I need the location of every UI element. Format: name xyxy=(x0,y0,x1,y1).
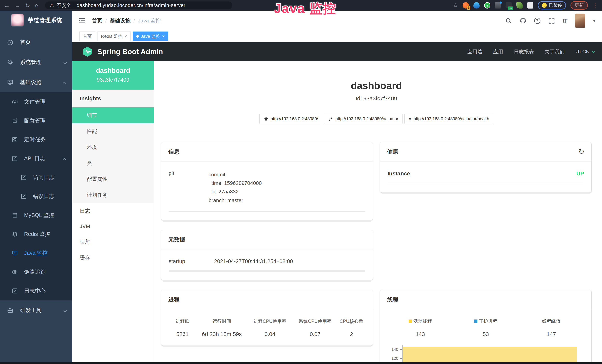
screen: 不安全 dashboard.yudao.iocoder.cn/infra/adm… xyxy=(0,0,602,364)
tab-java-monitor[interactable]: Java 监控 xyxy=(133,32,168,41)
info-label: git xyxy=(169,171,209,205)
sba-nav-applications[interactable]: 应用 xyxy=(493,48,503,55)
menu-item-environment[interactable]: 环境 xyxy=(72,139,154,155)
locale-select[interactable]: zh-CN xyxy=(575,49,594,55)
avatar-caret-icon[interactable] xyxy=(593,18,595,23)
sidebar-item-label: 链路追踪 xyxy=(24,268,46,276)
close-icon[interactable] xyxy=(162,34,165,39)
schedule-icon xyxy=(12,137,18,143)
y-tick xyxy=(400,358,402,359)
search-icon[interactable] xyxy=(505,17,512,24)
sidebar-item-job[interactable]: 定时任务 xyxy=(0,130,72,149)
sidebar-item-file[interactable]: 文件管理 xyxy=(0,92,72,111)
sidebar-item-redis[interactable]: Redis 监控 xyxy=(0,225,72,244)
info-value: commit: time: 1596289704000 id: 27aa832 … xyxy=(209,171,365,205)
tab-label: 首页 xyxy=(83,33,92,39)
sba-nav-wallboard[interactable]: 应用墙 xyxy=(467,48,482,55)
menu-item-scheduled-tasks[interactable]: 计划任务 xyxy=(72,187,154,203)
tab-redis-monitor[interactable]: Redis 监控 xyxy=(97,32,130,41)
bookmark-star-icon[interactable] xyxy=(453,3,458,8)
home-icon xyxy=(264,117,269,121)
help-icon[interactable] xyxy=(534,18,540,24)
sidebar-item-config[interactable]: 配置管理 xyxy=(0,111,72,130)
breadcrumb-infra[interactable]: 基础设施 xyxy=(110,17,130,24)
menu-item-mappings[interactable]: 映射 xyxy=(72,234,154,250)
menu-item-jvm[interactable]: JVM xyxy=(72,219,154,234)
log-edit-icon xyxy=(12,288,18,294)
fullscreen-icon[interactable] xyxy=(548,17,555,24)
sidebar-item-label: 系统管理 xyxy=(20,59,42,66)
extension-icon-grid[interactable] xyxy=(495,2,501,9)
sidebar-item-access-log[interactable]: 访问日志 xyxy=(0,168,72,187)
sidebar-item-java-monitor[interactable]: Java 监控 xyxy=(0,244,72,263)
address-bar[interactable]: 不安全 dashboard.yudao.iocoder.cn/infra/adm… xyxy=(45,1,232,9)
health-row-instance[interactable]: Instance UP xyxy=(387,171,584,184)
hamburger-icon[interactable] xyxy=(78,18,86,24)
browser-forward-icon[interactable] xyxy=(15,3,20,8)
address-url[interactable]: dashboard.yudao.iocoder.cn/infra/admin-s… xyxy=(76,3,185,8)
status-badge: UP xyxy=(576,171,584,177)
legend-swatch-yellow xyxy=(409,320,412,323)
sba-nav-about[interactable]: 关于我们 xyxy=(545,48,565,55)
health-url-button[interactable]: http://192.168.0.2:48080/actuator/health xyxy=(404,114,493,124)
sidebar-item-mysql[interactable]: MySQL 监控 xyxy=(0,206,72,225)
browser-reload-icon[interactable] xyxy=(25,3,30,8)
menu-item-details[interactable]: 细节 xyxy=(72,107,154,123)
page-title: dashboard xyxy=(161,80,591,91)
info-card-body: git commit: time: 1596289704000 id: 27aa… xyxy=(161,161,373,220)
sidebar-item-home[interactable]: 首页 xyxy=(0,32,72,52)
legend-label: 活动线程 xyxy=(413,318,432,324)
extensions-puzzle-icon[interactable] xyxy=(527,2,533,9)
sidebar-item-log-center[interactable]: 日志中心 xyxy=(0,281,72,300)
paused-badge[interactable]: 已暂停 xyxy=(538,1,566,10)
app-logo-row[interactable]: 芋道管理系统 xyxy=(0,11,72,30)
sba-brand[interactable]: Spring Boot Admin xyxy=(82,46,163,57)
column-header: 系统CPU使用率 xyxy=(292,318,338,324)
font-size-icon[interactable] xyxy=(563,18,567,24)
browser-back-icon[interactable] xyxy=(4,3,10,8)
sba-nav-journal[interactable]: 日志报表 xyxy=(514,48,534,55)
screen-bottom-edge xyxy=(0,362,602,364)
menu-item-classes[interactable]: 类 xyxy=(72,155,154,171)
extension-icon-switch[interactable]: on xyxy=(505,2,512,9)
browser-home-icon[interactable] xyxy=(35,3,38,8)
sidebar-item-api-log[interactable]: API 日志 xyxy=(0,149,72,168)
address-separator xyxy=(74,3,74,8)
sidebar-item-devtools[interactable]: 研发工具 xyxy=(0,300,72,321)
history-icon[interactable] xyxy=(579,149,584,154)
process-cpu-value: 0.04 xyxy=(247,331,292,337)
health-card-body: Instance UP xyxy=(380,161,591,192)
breadcrumb-current: Java 监控 xyxy=(138,17,161,24)
menu-item-caches[interactable]: 缓存 xyxy=(72,250,154,266)
extension-icon-pin[interactable] xyxy=(473,2,480,9)
health-card: 健康 Instance UP xyxy=(380,142,591,192)
extension-icon-leaf[interactable] xyxy=(516,2,523,9)
section-insights[interactable]: Insights xyxy=(72,90,154,107)
tab-home[interactable]: 首页 xyxy=(79,32,95,41)
browser-menu-icon[interactable] xyxy=(592,2,598,9)
sidebar-item-trace[interactable]: 链路追踪 xyxy=(0,263,72,281)
github-icon[interactable] xyxy=(520,17,526,24)
sidebar-item-system[interactable]: 系统管理 xyxy=(0,52,72,72)
breadcrumb-home[interactable]: 首页 xyxy=(92,17,102,24)
active-tab-dot xyxy=(136,35,139,38)
admin-sidebar: 芋道管理系统 首页 系统管理 基础设施 文件管理 xyxy=(0,11,72,364)
user-avatar[interactable] xyxy=(575,13,585,28)
menu-item-logs[interactable]: 日志 xyxy=(72,203,154,219)
update-button[interactable]: 更新 xyxy=(570,1,588,10)
log-edit-icon xyxy=(21,174,27,181)
menu-item-metrics[interactable]: 性能 xyxy=(72,123,154,139)
extension-icon-y[interactable]: y xyxy=(484,2,490,9)
extension-icon-orange[interactable]: 1 xyxy=(462,2,469,9)
sidebar-item-error-log[interactable]: 错误日志 xyxy=(0,187,72,206)
y-tick xyxy=(400,349,402,350)
menu-item-config-props[interactable]: 配置属性 xyxy=(72,171,154,187)
actuator-url-button[interactable]: http://192.168.0.2:48080/actuator xyxy=(324,114,402,124)
instance-header[interactable]: dashboard 93a3fc7f7409 xyxy=(72,61,154,90)
sidebar-item-label: 研发工具 xyxy=(20,307,42,314)
browser-toolbar-right: 1 y on 已暂停 更新 xyxy=(453,1,598,10)
service-url-button[interactable]: http://192.168.0.2:48080/ xyxy=(259,114,322,124)
close-icon[interactable] xyxy=(124,34,127,39)
sidebar-item-infra[interactable]: 基础设施 xyxy=(0,72,72,92)
sidebar-item-label: 访问日志 xyxy=(33,174,54,181)
